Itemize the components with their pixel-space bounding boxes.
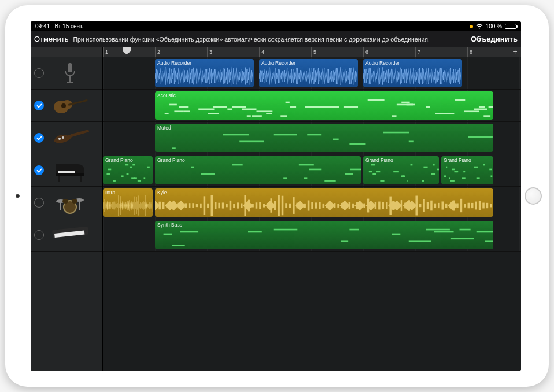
timeline[interactable]: + 12345678 Audio RecorderAudio RecorderA… (103, 47, 521, 371)
svg-rect-220 (147, 204, 148, 207)
svg-rect-192 (134, 202, 134, 209)
track-lane-drums[interactable]: IntroKyle (103, 187, 521, 219)
track-lane-piano[interactable]: Grand PianoGrand PianoGrand PianoGrand P… (103, 154, 521, 187)
region[interactable]: Grand Piano (363, 156, 439, 184)
toolbar: Отменить При использовании функции «Объе… (31, 31, 521, 47)
svg-rect-90 (232, 164, 242, 166)
region-label: Grand Piano (444, 157, 491, 163)
svg-rect-85 (144, 177, 146, 179)
home-button[interactable] (525, 187, 542, 205)
track-header-synth[interactable] (31, 219, 102, 252)
svg-rect-129 (104, 199, 105, 212)
svg-rect-185 (131, 202, 131, 209)
svg-rect-52 (407, 104, 415, 106)
track-select-checkbox[interactable] (34, 230, 44, 240)
ruler[interactable]: + 12345678 (103, 47, 521, 57)
region[interactable]: Grand Piano (103, 156, 153, 184)
svg-rect-211 (144, 201, 145, 209)
svg-rect-332 (479, 201, 481, 210)
status-time: 09:41 (35, 23, 50, 29)
battery-icon (505, 24, 516, 29)
track-select-checkbox[interactable] (34, 165, 44, 175)
ruler-bar[interactable]: 8 (467, 47, 472, 57)
track-header-acoustic[interactable] (31, 90, 102, 122)
region[interactable]: Kyle (155, 188, 493, 217)
svg-rect-256 (241, 203, 243, 208)
region[interactable]: Grand Piano (441, 156, 493, 184)
track-lane-bass[interactable]: Muted (103, 122, 521, 154)
svg-rect-143 (110, 202, 111, 209)
add-section-button[interactable]: + (510, 47, 520, 57)
track-header-drums[interactable] (31, 187, 102, 219)
merge-button[interactable]: Объединить (471, 35, 518, 43)
midi-notes-icon (103, 163, 153, 183)
region-label: Synth Bass (157, 222, 491, 228)
svg-rect-61 (483, 115, 490, 117)
svg-rect-232 (162, 202, 165, 209)
region[interactable]: Audio Recorder (155, 59, 254, 87)
svg-rect-308 (401, 200, 403, 211)
cancel-button[interactable]: Отменить (34, 35, 68, 43)
svg-rect-241 (184, 203, 187, 208)
region[interactable]: Audio Recorder (259, 59, 358, 87)
ruler-bar[interactable]: 5 (311, 47, 316, 57)
svg-rect-99 (371, 164, 375, 166)
svg-rect-150 (115, 202, 115, 209)
track-select-checkbox[interactable] (34, 198, 44, 208)
svg-rect-10 (58, 176, 60, 182)
ruler-bar[interactable]: 7 (415, 47, 420, 57)
region[interactable]: Intro (103, 188, 153, 217)
svg-rect-34 (242, 109, 256, 110)
waveform-icon (155, 195, 493, 216)
track-select-checkbox[interactable] (34, 101, 44, 110)
svg-rect-64 (223, 134, 249, 136)
region[interactable]: Grand Piano (155, 156, 361, 184)
svg-rect-299 (375, 202, 377, 209)
region[interactable]: Synth Bass (155, 221, 493, 249)
track-header-mic[interactable] (31, 57, 102, 90)
svg-marker-325 (448, 201, 458, 211)
svg-rect-121 (463, 171, 465, 173)
svg-rect-349 (477, 231, 493, 233)
svg-rect-322 (445, 204, 448, 208)
svg-rect-337 (172, 245, 184, 246)
region[interactable]: Audio Recorder (363, 59, 462, 87)
svg-rect-73 (106, 173, 110, 175)
track-lane-acoustic[interactable]: Acoustic (103, 90, 521, 122)
svg-rect-170 (124, 202, 125, 209)
ruler-bar[interactable]: 3 (207, 47, 212, 57)
battery-percent: 100 % (486, 23, 502, 29)
svg-rect-269 (282, 196, 284, 216)
svg-rect-38 (266, 113, 272, 114)
svg-rect-252 (226, 204, 228, 208)
svg-rect-336 (164, 234, 172, 235)
svg-rect-93 (304, 177, 308, 179)
track-select-checkbox[interactable] (34, 133, 44, 143)
track-lane-mic[interactable]: Audio RecorderAudio RecorderAudio Record… (103, 57, 521, 90)
region[interactable]: Muted (155, 124, 493, 152)
svg-rect-24 (169, 104, 177, 106)
svg-rect-335 (490, 204, 492, 208)
ruler-bar[interactable]: 1 (103, 47, 108, 57)
ruler-bar[interactable]: 2 (155, 47, 160, 57)
svg-rect-59 (474, 109, 487, 110)
svg-rect-16 (60, 201, 61, 210)
playhead[interactable] (127, 47, 127, 371)
svg-rect-154 (117, 204, 117, 207)
ruler-bar[interactable]: 4 (259, 47, 264, 57)
track-header-bass[interactable] (31, 122, 102, 154)
region-label: Grand Piano (365, 157, 437, 163)
svg-rect-145 (112, 202, 112, 209)
ruler-bar[interactable]: 6 (363, 47, 368, 57)
track-lane-synth[interactable]: Synth Bass (103, 219, 521, 252)
microphone-icon (47, 61, 93, 86)
svg-rect-67 (307, 134, 321, 136)
ruler-spacer (31, 47, 102, 57)
region[interactable]: Acoustic (155, 91, 493, 120)
svg-rect-124 (483, 164, 485, 166)
svg-rect-182 (129, 200, 130, 211)
svg-rect-164 (121, 203, 122, 208)
track-select-checkbox[interactable] (34, 68, 44, 78)
track-header-piano[interactable] (31, 154, 102, 187)
svg-rect-193 (134, 204, 135, 208)
